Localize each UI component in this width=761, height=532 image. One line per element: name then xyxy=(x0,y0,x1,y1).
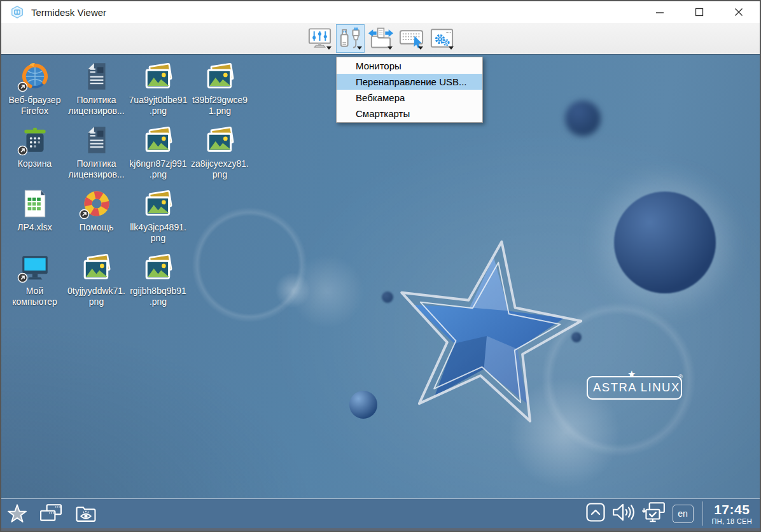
clock-time: 17:45 xyxy=(712,503,752,516)
screenshot-folder-button[interactable] xyxy=(74,503,98,524)
wallpaper-sphere-large xyxy=(614,192,716,293)
shortcut-arrow-icon xyxy=(17,145,28,156)
toolbar-usb-redirection-button[interactable] xyxy=(336,24,365,53)
toolbar-keyboard-input-button[interactable] xyxy=(397,24,426,53)
tray-expand-button[interactable] xyxy=(586,503,605,524)
astra-logo-registered-mark: ® xyxy=(678,374,683,380)
wallpaper-sphere-top xyxy=(565,101,601,136)
tray-divider xyxy=(702,501,703,526)
keyboard-input-icon xyxy=(398,26,425,52)
wallpaper-sphere-small xyxy=(349,391,377,419)
maximize-icon xyxy=(695,8,704,17)
shortcut-arrow-icon xyxy=(79,209,90,220)
clock-date: ПН, 18 СЕН xyxy=(712,518,752,525)
shortcut-arrow-icon xyxy=(17,272,28,283)
window-title: Termidesk Viewer xyxy=(31,7,106,18)
toolbar-display-settings-button[interactable] xyxy=(305,24,334,53)
image-file-icon xyxy=(81,251,113,283)
minimize-button[interactable] xyxy=(654,6,666,18)
usb-dropdown-menu: Мониторы Перенаправление USB... Вебкамер… xyxy=(336,57,483,123)
network-monitors-icon xyxy=(641,501,666,523)
remote-taskbar: en 17:45 ПН, 18 СЕН xyxy=(1,498,760,528)
minimize-icon xyxy=(655,8,664,17)
desktop-icon-trash[interactable]: Корзина xyxy=(4,123,66,186)
image-file-icon xyxy=(143,124,174,156)
image-file-icon xyxy=(143,188,174,220)
desktop-icon-xlsx[interactable]: ЛР4.xlsx xyxy=(4,186,66,250)
shortcut-arrow-icon xyxy=(17,81,28,92)
astra-logo-star-icon: ★ xyxy=(627,368,636,380)
session-settings-icon xyxy=(428,26,456,52)
termidesk-app-icon xyxy=(10,5,24,19)
menu-item-monitors[interactable]: Мониторы xyxy=(337,58,482,74)
display-settings-icon xyxy=(306,26,333,52)
document-icon xyxy=(81,124,113,156)
desktop-icon-my-computer[interactable]: Мойкомпьютер xyxy=(4,250,66,314)
desktop-icon-png-file[interactable]: 0tyjjyyddwk71.png xyxy=(66,250,127,314)
titlebar: Termidesk Viewer xyxy=(1,1,760,23)
desktop-icon-license-policy[interactable]: Политикалицензиров... xyxy=(66,123,127,186)
screen-bottom-edge xyxy=(1,528,760,531)
star-menu-icon xyxy=(6,503,28,524)
network-status-button[interactable] xyxy=(641,501,666,526)
windows-icon xyxy=(38,503,64,524)
menu-item-usb-redirection[interactable]: Перенаправление USB... xyxy=(337,74,482,90)
desktop-icon-png-file[interactable]: kj6ngn87zj991.png xyxy=(127,123,189,186)
desktop-icon-png-file[interactable]: za8ijcyexzy81.png xyxy=(189,123,251,186)
file-transfer-icon xyxy=(367,26,394,52)
desktop-icon-license-policy[interactable]: Политикалицензиров... xyxy=(66,59,127,123)
close-icon xyxy=(734,8,743,17)
window-switcher-button[interactable] xyxy=(38,503,64,524)
toolbar-session-settings-button[interactable] xyxy=(428,24,456,53)
desktop-icon-help[interactable]: Помощь xyxy=(66,186,127,250)
desktop-icon-png-file[interactable]: 7ua9yjt0dbe91.png xyxy=(127,59,189,123)
chevron-up-icon xyxy=(586,503,605,522)
wallpaper-flare xyxy=(275,272,311,308)
viewer-toolbar xyxy=(1,23,760,54)
speaker-icon xyxy=(611,502,634,522)
folder-eye-icon xyxy=(74,503,98,524)
menu-item-webcam[interactable]: Вебкамера xyxy=(337,90,482,106)
volume-button[interactable] xyxy=(611,502,634,525)
image-file-icon xyxy=(204,124,236,156)
close-button[interactable] xyxy=(733,6,744,18)
menu-item-smartcards[interactable]: Смарткарты xyxy=(337,106,482,122)
termidesk-viewer-window: Termidesk Viewer xyxy=(0,0,761,532)
keyboard-layout-indicator[interactable]: en xyxy=(673,505,694,523)
taskbar-clock[interactable]: 17:45 ПН, 18 СЕН xyxy=(712,503,756,525)
image-file-icon xyxy=(204,60,236,92)
window-controls xyxy=(654,6,751,18)
desktop-icon-png-file[interactable]: llk4y3jcp4891.png xyxy=(127,186,189,250)
desktop-icon-png-file[interactable]: rgijbh8bq9b91.png xyxy=(127,250,189,314)
image-file-icon xyxy=(143,60,174,92)
usb-redirection-icon xyxy=(337,26,364,52)
desktop-icon-png-file[interactable]: t39bf29gwce91.png xyxy=(189,59,251,123)
spreadsheet-icon xyxy=(19,188,51,220)
taskbar-left xyxy=(1,503,98,524)
maximize-button[interactable] xyxy=(694,6,705,18)
desktop-icon-firefox[interactable]: Веб-браузерFirefox xyxy=(4,59,66,123)
document-icon xyxy=(81,60,113,92)
toolbar-file-transfer-button[interactable] xyxy=(367,24,395,53)
desktop-icon-grid: Веб-браузерFirefox Корзина ЛР4.xlsx Мойк… xyxy=(4,59,251,314)
app-menu-star-button[interactable] xyxy=(6,503,28,524)
astra-linux-logo: ★ ® ASTRA LINUX xyxy=(587,376,682,400)
taskbar-tray: en 17:45 ПН, 18 СЕН xyxy=(586,501,760,526)
remote-desktop: ★ ® ASTRA LINUX Веб-браузерFirefox Корзи… xyxy=(1,54,760,531)
wallpaper-star xyxy=(379,231,595,441)
image-file-icon xyxy=(143,251,174,283)
